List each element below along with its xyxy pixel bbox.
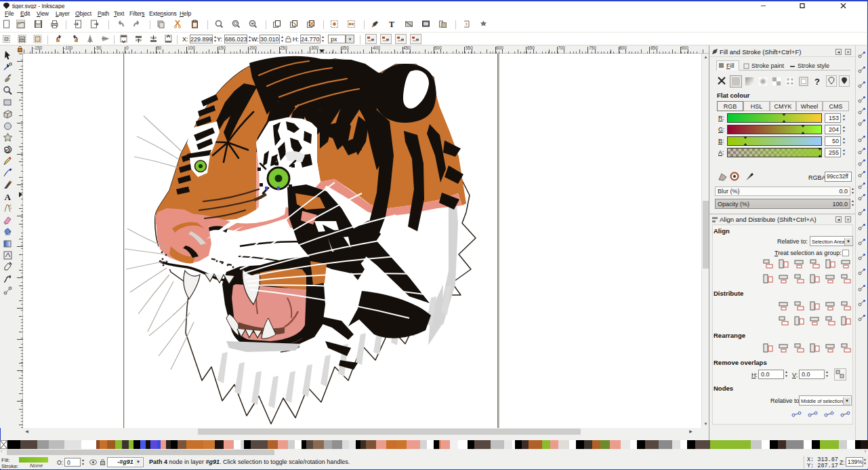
svg-text:A: A <box>5 192 12 202</box>
svg-text:T: T <box>389 20 394 28</box>
